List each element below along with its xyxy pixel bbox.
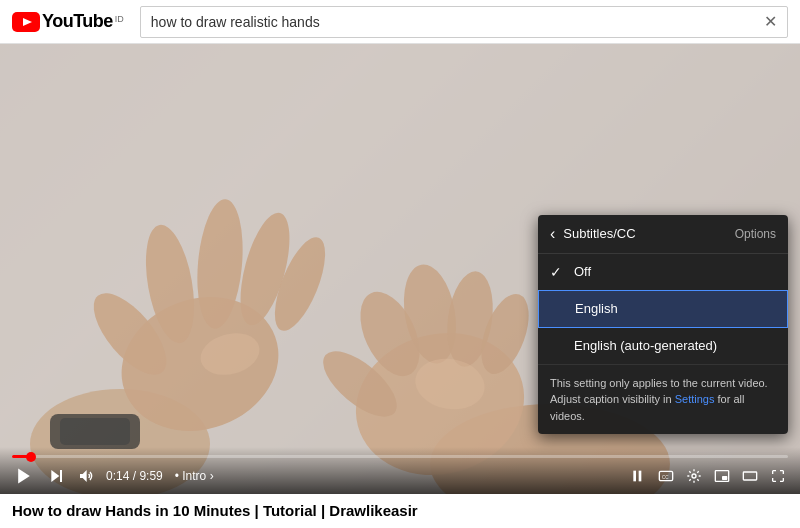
theater-icon (742, 468, 758, 484)
search-input[interactable] (151, 14, 758, 30)
time-total: 9:59 (139, 469, 162, 483)
miniplayer-button[interactable] (712, 466, 732, 486)
next-icon (48, 468, 64, 484)
next-button[interactable] (46, 466, 66, 486)
progress-dot (26, 452, 36, 462)
svg-marker-23 (51, 470, 59, 482)
theater-button[interactable] (740, 466, 760, 486)
check-icon-english (551, 301, 567, 317)
search-bar: ✕ (140, 6, 788, 38)
svg-rect-26 (633, 471, 636, 482)
subtitle-option-off[interactable]: ✓ Off (538, 254, 788, 290)
subtitle-auto-label: English (auto-generated) (574, 338, 717, 353)
chapter-badge: • Intro › (175, 469, 214, 483)
header: YouTube ID ✕ (0, 0, 800, 44)
svg-rect-33 (743, 472, 756, 480)
svg-rect-24 (60, 470, 62, 482)
right-controls: CC (628, 466, 788, 486)
captions-icon: CC (658, 468, 674, 484)
popup-note: This setting only applies to the current… (538, 364, 788, 435)
gear-icon (686, 468, 702, 484)
svg-point-30 (692, 474, 696, 478)
volume-button[interactable] (76, 466, 96, 486)
subtitle-off-label: Off (574, 264, 591, 279)
fullscreen-button[interactable] (768, 466, 788, 486)
controls-row: 0:14 / 9:59 • Intro › (12, 464, 788, 488)
pause-button[interactable] (628, 466, 648, 486)
youtube-icon (12, 12, 40, 32)
time-display: 0:14 / 9:59 (106, 469, 163, 483)
youtube-text: YouTube (42, 11, 113, 32)
subtitle-option-english-auto[interactable]: English (auto-generated) (538, 328, 788, 364)
time-current: 0:14 (106, 469, 129, 483)
progress-bar[interactable] (12, 455, 788, 458)
pause-icon (630, 468, 646, 484)
svg-text:CC: CC (662, 475, 669, 480)
video-controls: 0:14 / 9:59 • Intro › (0, 447, 800, 494)
svg-rect-6 (60, 418, 130, 445)
popup-settings-link[interactable]: Settings (675, 393, 715, 405)
popup-options-button[interactable]: Options (735, 227, 776, 241)
subtitle-english-label: English (575, 301, 618, 316)
svg-marker-22 (18, 469, 30, 484)
svg-rect-32 (722, 476, 727, 480)
popup-title: Subtitles/CC (563, 226, 734, 241)
subtitle-option-english[interactable]: English (538, 290, 788, 328)
video-title[interactable]: How to draw Hands in 10 Minutes | Tutori… (12, 502, 418, 519)
captions-button[interactable]: CC (656, 466, 676, 486)
check-icon-auto (550, 338, 566, 354)
popup-header: ‹ Subtitles/CC Options (538, 215, 788, 254)
youtube-logo[interactable]: YouTube ID (12, 11, 124, 32)
play-button[interactable] (12, 464, 36, 488)
check-icon: ✓ (550, 264, 566, 280)
settings-button[interactable] (684, 466, 704, 486)
play-icon (14, 466, 34, 486)
svg-marker-25 (80, 470, 87, 482)
popup-back-button[interactable]: ‹ (550, 225, 555, 243)
miniplayer-icon (714, 468, 730, 484)
youtube-country: ID (115, 14, 124, 24)
subtitles-popup: ‹ Subtitles/CC Options ✓ Off English Eng… (538, 215, 788, 435)
svg-rect-27 (639, 471, 642, 482)
video-title-bar: How to draw Hands in 10 Minutes | Tutori… (0, 494, 800, 524)
video-player[interactable]: ‹ Subtitles/CC Options ✓ Off English Eng… (0, 44, 800, 494)
search-clear-icon[interactable]: ✕ (764, 12, 777, 31)
fullscreen-icon (770, 468, 786, 484)
volume-icon (78, 468, 94, 484)
